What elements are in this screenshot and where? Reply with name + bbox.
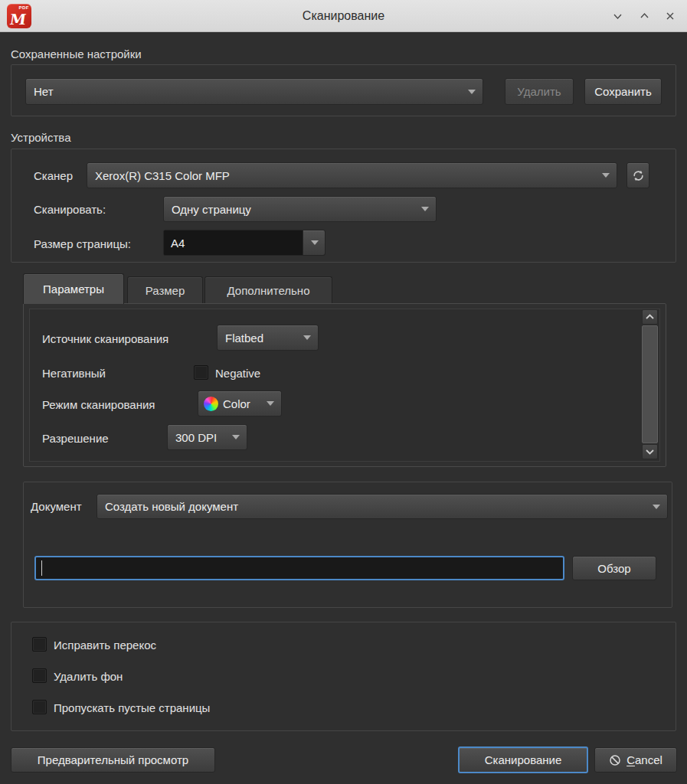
scrollbar-up-button[interactable]: [642, 309, 658, 325]
scan-mode-value: Одну страницу: [172, 203, 251, 216]
tab-parameters-label: Параметры: [43, 283, 104, 296]
scrollbar-down-button[interactable]: [642, 444, 658, 459]
remove-background-checkbox[interactable]: [32, 668, 47, 683]
scan-mode-combobox[interactable]: Одну страницу: [163, 196, 437, 222]
chevron-down-icon: [303, 335, 311, 340]
resolution-combobox[interactable]: 300 DPI: [167, 424, 247, 450]
scan-button[interactable]: Сканирование: [458, 746, 588, 773]
scan-button-label: Сканирование: [485, 753, 562, 766]
browse-button-label: Обзор: [597, 562, 630, 575]
document-path-input[interactable]: [34, 556, 564, 580]
skip-blank-pages-checkbox[interactable]: [32, 700, 47, 714]
window-title: Сканирование: [0, 0, 687, 32]
scanner-value: Xerox(R) C315 Color MFP: [95, 169, 230, 182]
chevron-down-icon: [311, 240, 319, 245]
tab-size-label: Размер: [146, 284, 185, 297]
scan-color-mode-label: Режим сканирования: [42, 397, 155, 412]
chevron-down-icon: [602, 173, 610, 178]
negative-checkbox-label: Negative: [215, 366, 260, 381]
prohibition-icon: [609, 754, 621, 766]
logo-letter: M: [8, 11, 27, 28]
document-target-combobox[interactable]: Создать новый документ: [97, 494, 668, 519]
page-size-combobox[interactable]: A4: [163, 230, 326, 256]
chevron-down-icon: [612, 11, 623, 21]
preset-combobox[interactable]: Нет: [25, 78, 483, 105]
save-preset-button[interactable]: Сохранить: [584, 78, 662, 105]
pdf-badge: PDF: [19, 5, 30, 10]
negative-label: Негативный: [42, 366, 106, 381]
skip-blank-pages-checkbox-label: Пропускать пустые страницы: [54, 701, 210, 715]
chevron-down-icon: [421, 207, 429, 211]
scanner-combobox[interactable]: Xerox(R) C315 Color MFP: [87, 162, 617, 188]
remove-background-checkbox-label: Удалить фон: [54, 669, 123, 684]
preset-value: Нет: [34, 85, 54, 98]
chevron-down-icon: [468, 90, 476, 94]
refresh-scanners-button[interactable]: [626, 162, 649, 188]
tab-advanced-label: Дополнительно: [227, 284, 310, 297]
browse-button[interactable]: Обзор: [572, 556, 656, 580]
preview-button-label: Предварительный просмотр: [38, 753, 188, 766]
scan-dialog: Сканирование PDF M Сохраненные настройки…: [0, 0, 687, 784]
chevron-down-icon: [267, 401, 274, 406]
tab-size[interactable]: Размер: [127, 276, 203, 303]
color-mode-value: Color: [223, 397, 250, 410]
maximize-button[interactable]: [636, 8, 653, 24]
preview-button[interactable]: Предварительный просмотр: [11, 747, 215, 773]
page-size-drop-button[interactable]: [303, 230, 325, 255]
resolution-label: Разрешение: [42, 431, 109, 446]
scrollbar-thumb[interactable]: [642, 325, 658, 443]
document-label: Документ: [31, 499, 82, 514]
scan-mode-label: Сканировать:: [34, 202, 106, 217]
tab-advanced[interactable]: Дополнительно: [204, 276, 332, 303]
saved-settings-section-label: Сохраненные настройки: [11, 47, 142, 60]
text-caret: [41, 560, 42, 576]
chevron-up-icon: [639, 11, 650, 21]
deskew-checkbox-label: Исправить перекос: [54, 638, 156, 652]
scan-source-value: Flatbed: [225, 332, 263, 345]
resolution-value: 300 DPI: [175, 431, 217, 444]
close-icon: [665, 11, 676, 21]
save-button-label: Сохранить: [594, 85, 652, 98]
page-size-value[interactable]: A4: [164, 230, 303, 255]
color-mode-combobox[interactable]: Color: [198, 390, 282, 416]
delete-button-label: Удалить: [517, 85, 561, 98]
delete-preset-button: Удалить: [505, 78, 574, 105]
document-target-value: Создать новый документ: [105, 500, 238, 513]
chevron-down-icon: [232, 435, 240, 439]
deskew-checkbox[interactable]: [32, 637, 47, 652]
cancel-button-label: Cancel: [626, 753, 662, 766]
chevron-up-icon: [645, 313, 655, 321]
minimize-button[interactable]: [609, 8, 626, 24]
close-button[interactable]: [662, 8, 679, 24]
app-menu-icon[interactable]: PDF M: [7, 4, 31, 28]
devices-section-label: Устройства: [11, 131, 70, 144]
titlebar[interactable]: Сканирование PDF M: [0, 0, 687, 32]
chevron-down-icon: [653, 505, 660, 509]
scanner-label: Сканер: [34, 168, 73, 183]
negative-checkbox[interactable]: [194, 365, 208, 380]
page-size-label: Размер страницы:: [34, 237, 131, 251]
scan-source-combobox[interactable]: Flatbed: [217, 325, 319, 351]
scan-source-label: Источник сканирования: [42, 332, 168, 346]
cancel-button[interactable]: Cancel: [594, 747, 677, 773]
chevron-down-icon: [645, 448, 655, 456]
color-wheel-icon: [204, 397, 218, 411]
refresh-icon: [632, 169, 645, 182]
tab-parameters[interactable]: Параметры: [23, 273, 124, 304]
